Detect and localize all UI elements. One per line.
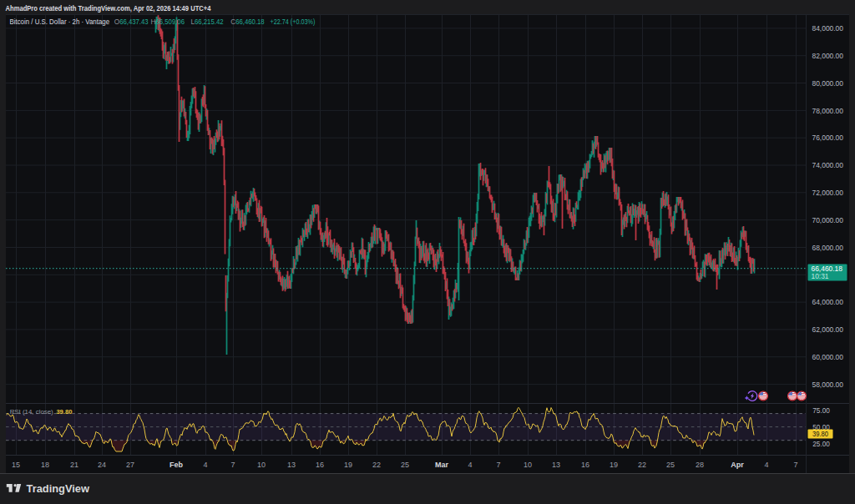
svg-text:70,000.00: 70,000.00: [812, 216, 844, 224]
svg-text:Apr: Apr: [731, 461, 744, 469]
svg-text:39.80: 39.80: [56, 408, 73, 416]
svg-text:27: 27: [126, 461, 134, 469]
svg-text:84,000.00: 84,000.00: [812, 24, 844, 33]
svg-text:13: 13: [552, 461, 560, 469]
svg-text:68,000.00: 68,000.00: [812, 244, 844, 252]
svg-text:Bitcoin / U.S. Dollar · 2h · V: Bitcoin / U.S. Dollar · 2h · Vantage: [10, 18, 110, 26]
svg-text:60,000.00: 60,000.00: [812, 353, 844, 361]
svg-text:16: 16: [316, 461, 324, 469]
svg-text:7: 7: [230, 461, 235, 469]
svg-text:7: 7: [496, 461, 500, 469]
svg-text:28: 28: [696, 461, 704, 469]
svg-text:4: 4: [203, 461, 207, 469]
svg-text:39.80: 39.80: [812, 430, 828, 438]
svg-text:76,000.00: 76,000.00: [812, 134, 844, 142]
svg-text:AhmadPro created with TradingV: AhmadPro created with TradingView.com, A…: [6, 4, 211, 13]
svg-text:74,000.00: 74,000.00: [812, 161, 844, 169]
svg-text:80,000.00: 80,000.00: [812, 79, 844, 88]
svg-text:O66,437.43H66,509.06L66,215.42: O66,437.43H66,509.06L66,215.42C66,460.18…: [114, 18, 316, 26]
svg-text:62,000.00: 62,000.00: [812, 325, 844, 334]
svg-text:22: 22: [372, 461, 381, 469]
svg-text:25: 25: [666, 461, 675, 469]
svg-text:22: 22: [638, 461, 646, 469]
svg-text:13: 13: [287, 461, 296, 469]
svg-text:4: 4: [468, 461, 472, 469]
svg-text:19: 19: [344, 461, 352, 469]
svg-text:Mar: Mar: [435, 461, 449, 469]
svg-text:25: 25: [401, 461, 409, 469]
svg-text:64,000.00: 64,000.00: [812, 298, 844, 306]
svg-text:16: 16: [581, 461, 589, 469]
svg-text:25.00: 25.00: [812, 440, 830, 448]
svg-text:82,000.00: 82,000.00: [812, 52, 844, 60]
svg-text:Feb: Feb: [169, 461, 184, 469]
svg-text:58,000.00: 58,000.00: [812, 381, 844, 389]
svg-text:72,000.00: 72,000.00: [812, 189, 844, 197]
svg-text:10:31: 10:31: [812, 272, 829, 280]
svg-text:18: 18: [41, 461, 49, 469]
svg-text:7: 7: [793, 461, 797, 469]
svg-text:24: 24: [98, 461, 106, 469]
svg-text:75.00: 75.00: [812, 406, 830, 415]
svg-text:78,000.00: 78,000.00: [812, 107, 844, 115]
svg-text:TradingView: TradingView: [27, 482, 90, 495]
svg-text:19: 19: [610, 461, 618, 469]
svg-text:21: 21: [70, 461, 78, 469]
svg-text:4: 4: [764, 461, 768, 469]
svg-text:10: 10: [524, 461, 532, 469]
svg-text:15: 15: [12, 461, 20, 469]
svg-text:10: 10: [257, 461, 266, 469]
svg-text:RSI (14, close): RSI (14, close): [10, 408, 53, 416]
